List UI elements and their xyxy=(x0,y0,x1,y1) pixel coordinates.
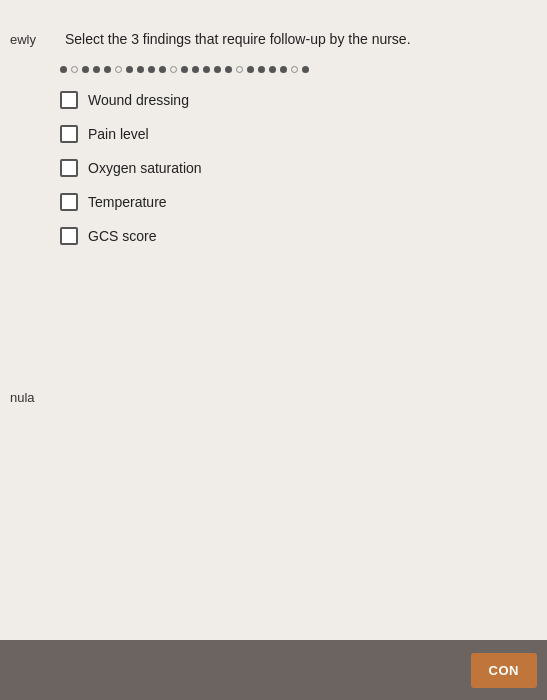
context-label: ewly xyxy=(10,30,65,47)
progress-dot-19 xyxy=(269,66,276,73)
progress-dot-14 xyxy=(214,66,221,73)
option-wound-dressing[interactable]: Wound dressing xyxy=(60,91,527,109)
progress-dot-15 xyxy=(225,66,232,73)
options-container: Wound dressingPain levelOxygen saturatio… xyxy=(0,79,547,257)
progress-dot-2 xyxy=(82,66,89,73)
progress-dot-1 xyxy=(71,66,78,73)
progress-dot-11 xyxy=(181,66,188,73)
option-gcs-score[interactable]: GCS score xyxy=(60,227,527,245)
progress-dot-7 xyxy=(137,66,144,73)
progress-dot-9 xyxy=(159,66,166,73)
option-label-oxygen-saturation: Oxygen saturation xyxy=(88,160,202,176)
progress-dot-0 xyxy=(60,66,67,73)
progress-dot-17 xyxy=(247,66,254,73)
progress-dot-10 xyxy=(170,66,177,73)
progress-dot-20 xyxy=(280,66,287,73)
checkbox-wound-dressing[interactable] xyxy=(60,91,78,109)
option-label-gcs-score: GCS score xyxy=(88,228,156,244)
header-row: ewly Select the 3 findings that require … xyxy=(0,20,547,60)
sidebar-label: nula xyxy=(10,390,35,405)
main-content: ewly Select the 3 findings that require … xyxy=(0,0,547,640)
option-pain-level[interactable]: Pain level xyxy=(60,125,527,143)
checkbox-gcs-score[interactable] xyxy=(60,227,78,245)
question-text: Select the 3 findings that require follo… xyxy=(65,30,527,50)
progress-dot-18 xyxy=(258,66,265,73)
progress-dots xyxy=(0,60,547,79)
progress-dot-13 xyxy=(203,66,210,73)
option-temperature[interactable]: Temperature xyxy=(60,193,527,211)
progress-dot-22 xyxy=(302,66,309,73)
continue-button[interactable]: CON xyxy=(471,653,537,688)
progress-dot-8 xyxy=(148,66,155,73)
bottom-bar: CON xyxy=(0,640,547,700)
option-label-pain-level: Pain level xyxy=(88,126,149,142)
checkbox-oxygen-saturation[interactable] xyxy=(60,159,78,177)
progress-dot-6 xyxy=(126,66,133,73)
option-label-temperature: Temperature xyxy=(88,194,167,210)
progress-dot-3 xyxy=(93,66,100,73)
checkbox-pain-level[interactable] xyxy=(60,125,78,143)
option-oxygen-saturation[interactable]: Oxygen saturation xyxy=(60,159,527,177)
progress-dot-5 xyxy=(115,66,122,73)
option-label-wound-dressing: Wound dressing xyxy=(88,92,189,108)
progress-dot-21 xyxy=(291,66,298,73)
checkbox-temperature[interactable] xyxy=(60,193,78,211)
progress-dot-16 xyxy=(236,66,243,73)
progress-dot-12 xyxy=(192,66,199,73)
progress-dot-4 xyxy=(104,66,111,73)
